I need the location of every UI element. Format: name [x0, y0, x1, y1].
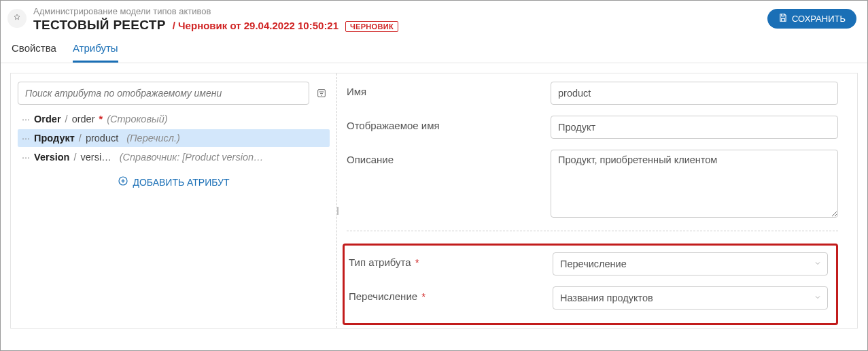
save-button-label: СОХРАНИТЬ	[792, 14, 846, 24]
filter-button[interactable]	[313, 85, 330, 101]
details: Имя Отображаемое имя Описание Продукт, п…	[337, 73, 857, 328]
split-handle[interactable]: ||	[336, 205, 338, 215]
page-title: ТЕСТОВЫЙ РЕЕСТР	[33, 18, 166, 33]
attr-display: Version	[34, 152, 69, 163]
select-type[interactable]: Перечисление	[553, 252, 828, 275]
label-display: Отображаемое имя	[347, 116, 551, 131]
attr-item-product[interactable]: ··· Продукт / product (Перечисл.)	[18, 129, 330, 147]
app-root: Администрирование модели типов активов Т…	[0, 0, 868, 351]
search-input[interactable]	[18, 82, 309, 105]
panel: ··· Order / order * (Строковый) ··· Прод…	[10, 73, 858, 329]
row-type: Тип атрибута * Перечисление	[349, 252, 828, 275]
filter-icon	[316, 88, 327, 99]
tree-dash-icon: ···	[22, 133, 30, 144]
model-icon	[7, 9, 27, 28]
title-row: ТЕСТОВЫЙ РЕЕСТР / Черновик от 29.04.2022…	[33, 18, 761, 33]
search-row	[18, 82, 330, 105]
draft-badge: ЧЕРНОВИК	[345, 21, 398, 32]
select-enum-value: Названия продуктов	[560, 292, 653, 303]
chevron-down-icon	[814, 258, 822, 269]
input-display[interactable]	[551, 116, 838, 139]
label-type: Тип атрибута *	[349, 252, 553, 268]
body: ··· Order / order * (Строковый) ··· Прод…	[1, 63, 867, 338]
save-button[interactable]: СОХРАНИТЬ	[767, 9, 856, 29]
tabs: Свойства Атрибуты	[1, 33, 867, 63]
sidebar: ··· Order / order * (Строковый) ··· Прод…	[11, 73, 337, 328]
chevron-down-icon	[814, 292, 822, 303]
input-name[interactable]	[551, 82, 838, 105]
attr-display: Order	[34, 114, 61, 124]
header: Администрирование модели типов активов Т…	[1, 1, 867, 33]
breadcrumb: Администрирование модели типов активов	[33, 6, 761, 16]
row-display: Отображаемое имя	[347, 116, 838, 139]
add-attribute-button[interactable]: ДОБАВИТЬ АТРИБУТ	[18, 176, 330, 188]
label-name: Имя	[347, 82, 551, 97]
header-text: Администрирование модели типов активов Т…	[33, 6, 761, 33]
attr-display: Продукт	[34, 133, 75, 144]
row-name: Имя	[347, 82, 838, 105]
add-attribute-label: ДОБАВИТЬ АТРИБУТ	[133, 177, 229, 188]
plus-circle-icon	[118, 176, 128, 188]
attr-item-version[interactable]: ··· Version / versi… (Справочник: [Produ…	[18, 148, 330, 166]
highlight-box: Тип атрибута * Перечисление	[343, 244, 838, 325]
attr-type: (Строковый)	[107, 114, 167, 124]
attr-code: versi…	[81, 152, 111, 163]
label-description: Описание	[347, 150, 551, 165]
attr-item-order[interactable]: ··· Order / order * (Строковый)	[18, 110, 330, 128]
input-description[interactable]: Продукт, приобретенный клиентом	[551, 150, 838, 218]
label-enum: Перечисление *	[349, 286, 553, 302]
tree-dash-icon: ···	[22, 114, 30, 124]
row-enum: Перечисление * Названия продуктов	[349, 286, 828, 310]
attr-code: order	[72, 114, 95, 124]
tree-dash-icon: ···	[22, 152, 30, 163]
select-type-value: Перечисление	[560, 258, 627, 269]
draft-timestamp: / Черновик от 29.04.2022 10:50:21	[173, 20, 338, 31]
select-enum[interactable]: Названия продуктов	[553, 286, 828, 310]
attr-type: (Перечисл.)	[126, 133, 180, 144]
save-icon	[778, 13, 788, 24]
section-divider	[347, 231, 838, 231]
row-description: Описание Продукт, приобретенный клиентом	[347, 150, 838, 220]
tab-attributes[interactable]: Атрибуты	[73, 42, 118, 63]
tab-properties[interactable]: Свойства	[12, 42, 56, 63]
attr-code: product	[86, 133, 118, 144]
attr-type: (Справочник: [Product version…	[120, 152, 264, 163]
attr-required: *	[99, 114, 103, 124]
